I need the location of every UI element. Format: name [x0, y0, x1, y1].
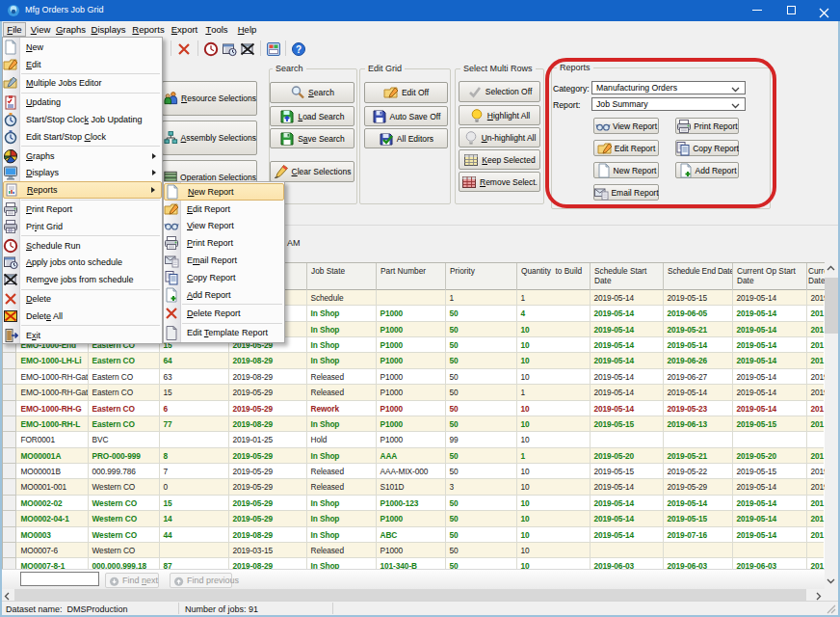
svg-text:?: ?	[296, 44, 302, 55]
